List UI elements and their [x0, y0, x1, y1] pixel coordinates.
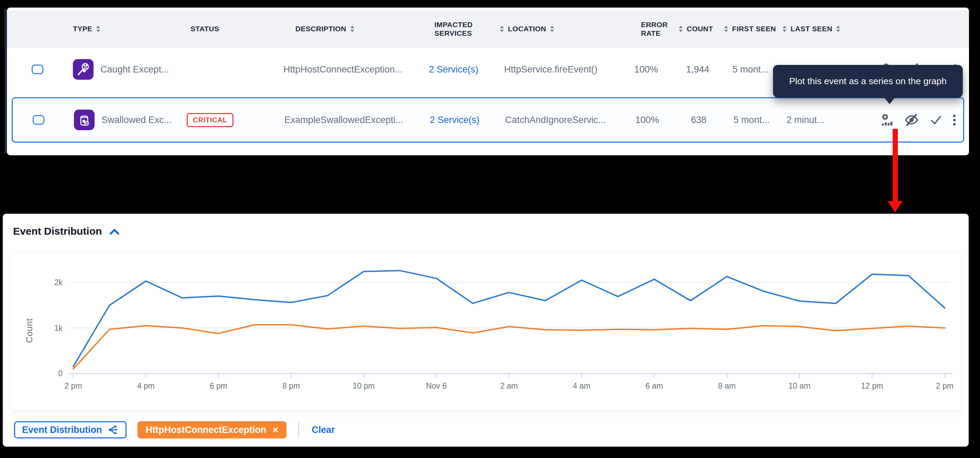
line-chart-canvas: 01k2k2 pm4 pm6 pm8 pm10 pmNov 62 am4 am6… — [10, 252, 961, 410]
event-distribution-panel: Event Distribution 01k2k2 pm4 pm6 pm8 pm… — [3, 214, 969, 447]
series-chip-label: HttpHostConnectException — [146, 425, 266, 435]
chips-divider — [298, 422, 299, 438]
cell-type: Swallowed Exc... — [64, 109, 174, 130]
svg-text:4 pm: 4 pm — [137, 381, 155, 390]
series-chip-httphostconnectexception[interactable]: HttpHostConnectException × — [138, 421, 287, 438]
event-distribution-chart: 01k2k2 pm4 pm6 pm8 pm10 pmNov 62 am4 am6… — [10, 252, 961, 410]
row-checkbox[interactable] — [33, 115, 45, 125]
sort-icon[interactable] — [499, 25, 504, 33]
svg-text:0: 0 — [58, 369, 63, 378]
swallowed-exception-jar-icon — [74, 109, 95, 130]
col-header-status[interactable]: STATUS — [173, 25, 277, 33]
window-edge-stripe — [5, 9, 6, 153]
svg-text:2 pm: 2 pm — [64, 381, 82, 390]
kebab-menu-icon[interactable] — [953, 114, 956, 127]
col-header-status-label: STATUS — [191, 25, 219, 33]
col-header-last-seen[interactable]: LAST SEEN — [782, 25, 851, 33]
panel-header: Event Distribution — [3, 214, 969, 237]
sort-icon[interactable] — [95, 25, 101, 33]
col-header-count[interactable]: COUNT — [672, 25, 724, 33]
cell-status: CRITICAL — [174, 113, 277, 127]
series-chips-row: Event Distribution HttpHostConnectExcept… — [14, 421, 335, 438]
plot-event-tooltip: Plot this event as a series on the graph — [773, 65, 963, 98]
col-header-location-label: LOCATION — [508, 25, 546, 33]
check-icon[interactable] — [930, 114, 942, 126]
sort-icon[interactable] — [835, 25, 841, 33]
svg-text:10 am: 10 am — [789, 381, 810, 390]
cell-count: 638 — [673, 115, 724, 125]
sort-icon[interactable] — [782, 25, 787, 33]
chevron-up-icon[interactable] — [109, 228, 120, 235]
svg-text:12 pm: 12 pm — [861, 381, 883, 390]
row-actions — [852, 113, 963, 127]
col-header-impacted-services[interactable]: IMPACTED SERVICES — [421, 21, 486, 38]
critical-status-badge: CRITICAL — [187, 113, 234, 127]
col-header-type[interactable]: TYPE — [63, 25, 173, 33]
svg-text:6 pm: 6 pm — [210, 381, 227, 390]
row-checkbox[interactable] — [32, 65, 43, 74]
col-header-first-seen[interactable]: FIRST SEEN — [724, 25, 782, 33]
cell-error-rate: 100% — [621, 115, 673, 125]
svg-text:2k: 2k — [54, 278, 63, 287]
col-header-error-rate-label: ERROR RATE — [641, 21, 668, 38]
cell-first-seen: 5 mont... — [724, 115, 783, 125]
svg-text:Count: Count — [24, 318, 34, 343]
red-annotation-arrow — [888, 129, 903, 212]
sort-icon[interactable] — [350, 25, 355, 33]
event-distribution-chip-label: Event Distribution — [22, 425, 102, 435]
svg-text:10 pm: 10 pm — [353, 381, 375, 390]
screenshot-root: TYPE STATUS DESCRIPTION IMPACTED SERVICE… — [0, 0, 980, 458]
col-header-description-label: DESCRIPTION — [295, 25, 346, 33]
cell-type-label: Swallowed Exc... — [102, 115, 172, 125]
col-header-location[interactable]: LOCATION — [486, 25, 620, 33]
red-arrow-head — [888, 201, 903, 212]
cell-description: ExampleSwallowedExcepti... — [277, 115, 422, 125]
sort-icon[interactable] — [549, 25, 555, 33]
table-row-swallowed-exception[interactable]: Swallowed Exc... CRITICAL ExampleSwallow… — [12, 97, 964, 143]
cell-location: CatchAndIgnoreServic... — [487, 115, 621, 125]
cell-description: HttpHostConnectException... — [277, 64, 421, 75]
panel-title: Event Distribution — [13, 225, 102, 237]
caught-exception-net-icon — [73, 59, 94, 80]
sort-icon[interactable] — [678, 25, 683, 33]
close-icon[interactable]: × — [273, 425, 278, 435]
svg-text:4 am: 4 am — [573, 381, 590, 390]
row-checkbox-cell — [12, 65, 63, 74]
sort-icon[interactable] — [724, 25, 729, 33]
cell-last-seen: 2 minut... — [783, 115, 852, 125]
cell-error-rate: 100% — [620, 64, 672, 75]
svg-text:2 pm: 2 pm — [936, 381, 953, 390]
red-arrow-shaft — [892, 129, 898, 202]
impacted-services-link[interactable]: 2 Service(s) — [422, 115, 487, 125]
cell-type: Caught Except... — [63, 59, 173, 80]
row-checkbox-cell — [13, 115, 64, 125]
share-branch-icon — [108, 425, 119, 435]
cell-type-label: Caught Except... — [100, 64, 169, 75]
col-header-type-label: TYPE — [73, 25, 92, 33]
col-header-last-seen-label: LAST SEEN — [791, 25, 832, 33]
col-header-first-seen-label: FIRST SEEN — [732, 25, 776, 33]
svg-text:6 am: 6 am — [646, 381, 663, 390]
clear-series-button[interactable]: Clear — [312, 425, 335, 435]
col-header-impacted-services-label: IMPACTED SERVICES — [434, 21, 473, 38]
plot-on-graph-icon[interactable] — [881, 114, 893, 127]
svg-text:Nov 6: Nov 6 — [426, 381, 447, 390]
col-header-description[interactable]: DESCRIPTION — [277, 25, 421, 33]
event-distribution-chip[interactable]: Event Distribution — [14, 421, 127, 438]
table-header-row: TYPE STATUS DESCRIPTION IMPACTED SERVICE… — [7, 10, 969, 48]
svg-text:2 am: 2 am — [500, 381, 518, 390]
col-header-error-rate[interactable]: ERROR RATE — [620, 21, 672, 38]
svg-text:1k: 1k — [54, 324, 63, 333]
plot-event-tooltip-text: Plot this event as a series on the graph — [789, 76, 947, 87]
svg-text:8 pm: 8 pm — [282, 381, 300, 390]
svg-text:8 am: 8 am — [718, 381, 735, 390]
cell-location: HttpService.fireEvent() — [486, 64, 620, 75]
cell-count: 1,944 — [672, 64, 724, 75]
hide-eye-slash-icon[interactable] — [904, 113, 920, 127]
impacted-services-link[interactable]: 2 Service(s) — [421, 64, 486, 75]
col-header-count-label: COUNT — [687, 25, 713, 33]
